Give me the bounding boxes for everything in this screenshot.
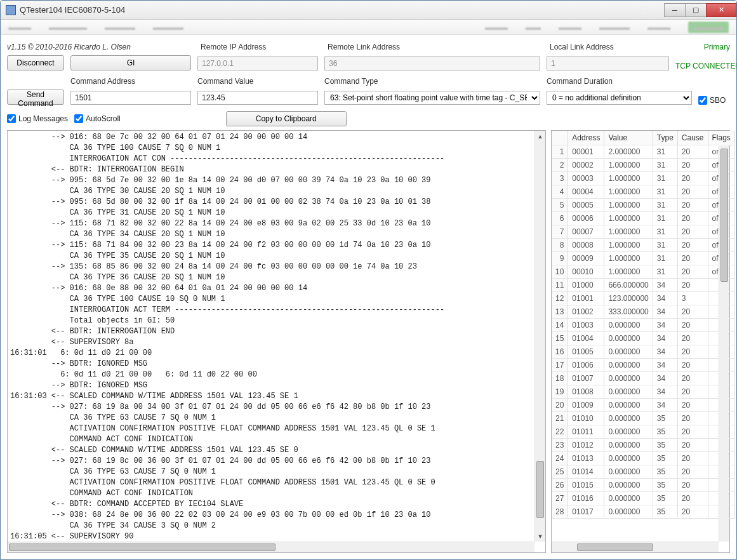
table-row[interactable]: 6000061.0000003120off <box>552 211 734 225</box>
table-row[interactable]: 1000012.0000003120on <box>552 145 734 158</box>
table-row[interactable]: 20010090.0000003420 <box>552 398 734 411</box>
minimize-button[interactable]: ─ <box>664 3 686 17</box>
cell-type: 34 <box>653 345 677 358</box>
scroll-down-icon[interactable]: ▼ <box>535 531 545 542</box>
cell-address: 01002 <box>568 305 604 318</box>
table-row[interactable]: 17010060.0000003420 <box>552 358 734 371</box>
table-row[interactable]: 1301002333.0000003420 <box>552 305 734 318</box>
table-row[interactable]: 1101000666.0000003420 <box>552 278 734 291</box>
command-duration-select[interactable]: 0 = no additional definition <box>547 91 692 105</box>
log-horizontal-scrollbar[interactable] <box>8 542 534 552</box>
log-vertical-scrollbar[interactable]: ▲ ▼ <box>534 131 545 542</box>
autoscroll-checkbox-input[interactable] <box>74 114 83 123</box>
cell-type: 34 <box>653 385 677 398</box>
table-row[interactable]: 15010040.0000003420 <box>552 331 734 345</box>
cell-address: 01012 <box>568 438 604 451</box>
table-row[interactable]: 2000021.0000003120off <box>552 158 734 171</box>
log-messages-checkbox[interactable]: Log Messages <box>7 114 68 123</box>
table-row[interactable]: 19010080.0000003420 <box>552 385 734 398</box>
command-duration-label: Command Duration <box>547 77 692 86</box>
cell-cause: 20 <box>677 318 708 331</box>
gi-button[interactable]: GI <box>70 55 191 70</box>
cell-type: 31 <box>653 211 677 225</box>
cell-value: 1.000000 <box>604 265 653 278</box>
table-header-type[interactable]: Type <box>653 131 677 145</box>
table-row[interactable]: 23010120.0000003520 <box>552 438 734 451</box>
send-command-button[interactable]: Send Command <box>7 90 64 105</box>
table-header-rownum[interactable] <box>552 131 568 145</box>
cell-cause: 20 <box>677 305 708 318</box>
cell-rownum: 9 <box>552 251 568 265</box>
scroll-thumb-h[interactable] <box>9 543 276 551</box>
command-address-input[interactable] <box>70 91 191 105</box>
cell-rownum: 25 <box>552 465 568 478</box>
table-row[interactable]: 3000031.0000003120off <box>552 171 734 185</box>
table-row[interactable]: 4000041.0000003120off <box>552 185 734 198</box>
table-horizontal-scrollbar[interactable] <box>552 542 719 552</box>
close-button[interactable]: ✕ <box>706 3 736 17</box>
log-text[interactable]: --> 016: 68 0e 7c 00 32 00 64 01 07 01 2… <box>8 131 545 552</box>
table-row[interactable]: 16010050.0000003420 <box>552 345 734 358</box>
maximize-button[interactable]: ▢ <box>685 3 707 17</box>
scroll-thumb[interactable] <box>536 461 544 518</box>
primary-label: Primary <box>675 43 730 51</box>
sbo-checkbox[interactable]: SBO <box>698 96 730 105</box>
cell-address: 01001 <box>568 291 604 305</box>
cell-cause: 20 <box>677 438 708 451</box>
scroll-thumb[interactable] <box>720 149 728 282</box>
table-header-row[interactable]: AddressValueTypeCauseFlags <box>552 131 734 145</box>
table-row[interactable]: 5000051.0000003120off <box>552 198 734 211</box>
cell-rownum: 21 <box>552 411 568 425</box>
table-row[interactable]: 10000101.0000003120off <box>552 265 734 278</box>
cell-value: 0.000000 <box>604 358 653 371</box>
cell-address: 00002 <box>568 158 604 171</box>
table-row[interactable]: 7000071.0000003120off <box>552 225 734 238</box>
copy-to-clipboard-button[interactable]: Copy to Clipboard <box>226 111 347 126</box>
sbo-checkbox-input[interactable] <box>698 96 707 105</box>
cell-value: 0.000000 <box>604 385 653 398</box>
table-header-cause[interactable]: Cause <box>677 131 708 145</box>
autoscroll-checkbox[interactable]: AutoScroll <box>74 114 121 123</box>
table-vertical-scrollbar[interactable] <box>719 146 729 542</box>
table-row[interactable]: 21010100.0000003520 <box>552 411 734 425</box>
cell-value: 0.000000 <box>604 491 653 505</box>
cell-value: 0.000000 <box>604 318 653 331</box>
table-header-address[interactable]: Address <box>568 131 604 145</box>
cell-rownum: 11 <box>552 278 568 291</box>
command-address-label: Command Address <box>70 77 191 86</box>
table-row[interactable]: 9000091.0000003120off <box>552 251 734 265</box>
cell-address: 00008 <box>568 238 604 251</box>
cell-address: 00007 <box>568 225 604 238</box>
scroll-thumb-h[interactable] <box>577 543 653 551</box>
cell-address: 01011 <box>568 425 604 438</box>
table-row[interactable]: 27010160.0000003520 <box>552 491 734 505</box>
table-row[interactable]: 25010140.0000003520 <box>552 465 734 478</box>
cell-cause: 20 <box>677 398 708 411</box>
table-row[interactable]: 1201001123.000000343 <box>552 291 734 305</box>
app-icon <box>6 5 16 15</box>
table-row[interactable]: 28010170.0000003520 <box>552 505 734 518</box>
table-row[interactable]: 24010130.0000003520 <box>552 451 734 465</box>
cell-value: 1.000000 <box>604 185 653 198</box>
command-type-select[interactable]: 63: Set-point short floating point value… <box>324 91 540 105</box>
table-header-flags[interactable]: Flags <box>708 131 734 145</box>
cell-rownum: 10 <box>552 265 568 278</box>
scroll-up-icon[interactable]: ▲ <box>535 131 545 142</box>
command-value-input[interactable] <box>197 91 318 105</box>
table-row[interactable]: 22010110.0000003520 <box>552 425 734 438</box>
titlebar[interactable]: QTester104 IEC60870-5-104 ─ ▢ ✕ <box>1 1 736 20</box>
table-row[interactable]: 18010070.0000003420 <box>552 371 734 385</box>
table-header-value[interactable]: Value <box>604 131 653 145</box>
cell-rownum: 12 <box>552 291 568 305</box>
cell-rownum: 13 <box>552 305 568 318</box>
table-row[interactable]: 26010150.0000003520 <box>552 478 734 491</box>
cell-address: 00010 <box>568 265 604 278</box>
disconnect-button[interactable]: Disconnect <box>7 55 64 70</box>
cell-rownum: 22 <box>552 425 568 438</box>
cell-value: 0.000000 <box>604 438 653 451</box>
table-row[interactable]: 8000081.0000003120off <box>552 238 734 251</box>
cell-rownum: 16 <box>552 345 568 358</box>
cell-rownum: 18 <box>552 371 568 385</box>
table-row[interactable]: 14010030.0000003420 <box>552 318 734 331</box>
log-messages-checkbox-input[interactable] <box>7 114 16 123</box>
